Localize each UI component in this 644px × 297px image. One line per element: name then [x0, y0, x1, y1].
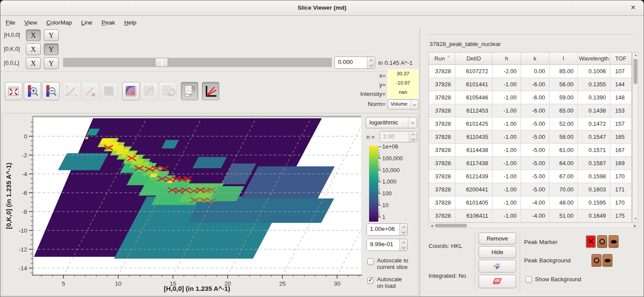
peaks-overlay-icon: Peak: [182, 84, 197, 99]
menu-peak[interactable]: Peak: [102, 19, 115, 26]
menu-help[interactable]: Help: [124, 19, 137, 26]
scale-type-combobox[interactable]: logarithmic: [366, 117, 417, 128]
slice-plot-canvas[interactable]: 510152025300-2-4-6-8-10-12-14[H,0,0] (in…: [2, 113, 362, 295]
line-cut-icon: [64, 84, 79, 99]
colorbar-gradient[interactable]: [369, 146, 378, 222]
dim-h-y-button[interactable]: Y: [44, 29, 59, 41]
table-cell: 37828: [429, 209, 455, 222]
title-bar[interactable]: Slice Viewer (md) ✕: [0, 0, 644, 16]
autoscale-slice-label: Autoscale to current slice: [377, 257, 408, 270]
peak-marker-ellipse-button[interactable]: [609, 235, 619, 248]
colorbar-zoom-out-button[interactable]: [42, 82, 60, 100]
table-cell: 0.1595: [578, 196, 610, 209]
menu-line[interactable]: Line: [81, 19, 92, 26]
table-row[interactable]: 378286105446-1.00-6.0059.000.1390148: [429, 91, 632, 104]
colorbar-panel: logarithmic n = 2.00 1e+06100,00010,0001…: [362, 113, 418, 295]
hide-button[interactable]: Hide: [479, 246, 516, 258]
dim-l-y-button[interactable]: Y: [44, 57, 59, 69]
norm-combobox[interactable]: Volume: [387, 99, 419, 110]
colorbar-min-value[interactable]: 9.99e-01: [367, 239, 399, 251]
column-header-wavelength[interactable]: Wavelength: [578, 53, 610, 64]
dim-k-y-button[interactable]: Y: [44, 43, 59, 55]
chevron-down-icon[interactable]: [411, 100, 418, 109]
colorbar-max-spinbox[interactable]: 1.00e+06: [366, 223, 408, 236]
column-header-h[interactable]: h: [493, 53, 521, 64]
table-row[interactable]: 378286200441-1.00-5.0070.000.1603171: [429, 183, 632, 196]
circle-icon: [599, 239, 605, 244]
table-row[interactable]: 378286106411-1.00-4.0051.000.1649175: [429, 209, 632, 223]
column-header-run[interactable]: Run^: [429, 53, 455, 64]
slice-point-spinbox[interactable]: 0.000: [334, 57, 375, 69]
peak-background-circle-button[interactable]: [591, 254, 602, 267]
dim-k-x-button[interactable]: X: [26, 43, 41, 55]
peak-background-ellipse-button[interactable]: [602, 254, 612, 267]
slider-handle[interactable]: [155, 58, 168, 67]
rebin-button[interactable]: [122, 82, 140, 100]
show-background-row: Show Background: [525, 275, 581, 284]
eraser-icon: [492, 278, 503, 285]
autoscale-load-checkbox[interactable]: [367, 277, 374, 284]
table-row[interactable]: 378286117438-1.00-5.0064.000.1587169: [429, 157, 632, 170]
column-header-tof[interactable]: TOF: [610, 53, 632, 64]
table-cell: -5.00: [521, 170, 549, 183]
nonorthogonal-view-button[interactable]: [202, 82, 219, 100]
slice-slider[interactable]: [63, 58, 332, 67]
table-row[interactable]: 378286121439-1.00-5.0067.000.1598170: [429, 170, 632, 183]
table-cell: -1.00: [493, 91, 521, 104]
scroll-up-icon[interactable]: ▲: [634, 53, 637, 57]
menu-colormap[interactable]: ColorMap: [46, 19, 72, 26]
scrollbar-thumb[interactable]: [435, 224, 467, 227]
column-header-k[interactable]: k: [521, 53, 549, 64]
remove-button[interactable]: Remove: [479, 233, 516, 244]
scale-type-value[interactable]: logarithmic: [366, 117, 408, 128]
remove-peaks-eraser-button[interactable]: [479, 275, 516, 288]
dim-label: [0,K,0]: [4, 46, 26, 52]
panel-splitter[interactable]: [419, 28, 420, 297]
column-header-l[interactable]: l: [549, 53, 578, 64]
table-cell: 51.00: [549, 209, 578, 222]
slice-point-value[interactable]: 0.000: [335, 57, 367, 68]
column-header-detid[interactable]: DetID: [455, 53, 493, 64]
table-row[interactable]: 378286101441-1.00-6.0056.000.1355144: [429, 78, 632, 91]
norm-value[interactable]: Volume: [388, 100, 411, 109]
table-row[interactable]: 378286107272-2.000.0085.000.1006107: [429, 65, 632, 78]
scrollbar-thumb[interactable]: [633, 59, 637, 84]
table-vertical-scrollbar[interactable]: ▲ ▼: [632, 52, 638, 222]
table-row[interactable]: 378286114438-1.00-5.0061.000.1571167: [429, 144, 632, 157]
table-row[interactable]: 378286101405-1.00-4.0048.000.1595170: [429, 196, 632, 209]
reset-view-button[interactable]: [5, 82, 22, 100]
cross-icon: ✕: [588, 238, 594, 245]
spin-arrows[interactable]: [399, 239, 407, 251]
table-cell: 0.00: [521, 65, 549, 78]
show-background-checkbox[interactable]: [525, 276, 532, 283]
scroll-down-icon[interactable]: ▼: [634, 217, 637, 221]
table-cell: 37828: [429, 170, 455, 183]
chevron-down-icon[interactable]: [408, 117, 417, 128]
table-row[interactable]: 378286101425-1.00-5.0052.000.1472157: [429, 117, 632, 131]
autoscale-slice-checkbox[interactable]: [367, 258, 374, 265]
table-cell: 37828: [429, 65, 455, 78]
peaks-overlay-button[interactable]: Peak: [181, 82, 198, 100]
colorbar-max-value[interactable]: 1.00e+06: [367, 224, 399, 235]
dim-l-x-button[interactable]: X: [26, 57, 41, 69]
svg-text:-12: -12: [18, 246, 27, 253]
colorbar-zoom-in-button[interactable]: [24, 82, 41, 100]
spin-arrows[interactable]: [399, 224, 407, 235]
table-cell: 37828: [429, 131, 455, 143]
table-cell: 6114438: [455, 144, 493, 156]
menu-file[interactable]: File: [6, 19, 15, 26]
menu-view[interactable]: View: [25, 19, 37, 26]
spin-arrows[interactable]: [367, 57, 375, 68]
dim-h-x-button[interactable]: X: [26, 29, 41, 41]
peak-marker-circle-button[interactable]: [597, 235, 607, 248]
table-row[interactable]: 378286110435-1.00-5.0058.000.1547165: [429, 131, 632, 144]
scroll-left-icon[interactable]: ◀: [430, 224, 433, 228]
colorbar-min-spinbox[interactable]: 9.99e-01: [366, 239, 408, 251]
table-horizontal-scrollbar[interactable]: ◀ ▶: [429, 223, 638, 228]
dim-label: [0,0,L]: [4, 60, 26, 66]
scroll-right-icon[interactable]: ▶: [634, 224, 637, 228]
close-icon[interactable]: ✕: [629, 4, 637, 11]
add-peak-hkl-button[interactable]: hkl: [479, 260, 516, 272]
table-row[interactable]: 378286112453-1.00-6.0065.000.1438153: [429, 104, 632, 117]
peak-marker-cross-button[interactable]: ✕: [586, 235, 596, 248]
